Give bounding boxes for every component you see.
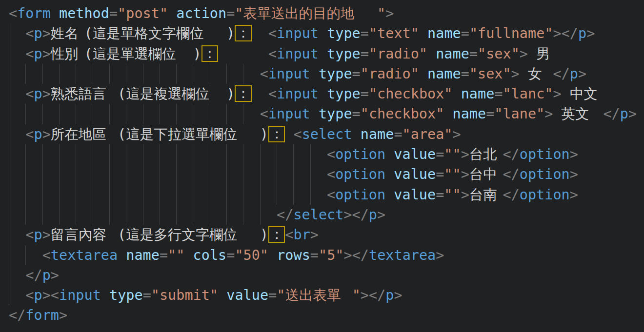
code-line: <p>所在地區(這是下拉選單欄位)： <select name="area"> (0, 124, 644, 144)
token-text: 台南 (469, 185, 503, 205)
code-line-content: <option value="">台中</option> (9, 166, 578, 182)
token-tag-name: textarea (51, 247, 118, 263)
code-editor[interactable]: <form method="post" action="表單送出的目的地"> <… (0, 0, 644, 332)
token-punctuation: = (361, 86, 369, 102)
token-tag-name: input (277, 25, 319, 41)
code-line-content: </form> (9, 307, 67, 323)
code-line: <option value="">台北</option> (0, 144, 644, 164)
token-punctuation: = (461, 66, 469, 82)
token-text: ( (84, 25, 92, 41)
token-punctuation: > (570, 187, 578, 203)
token-text: ) (226, 86, 235, 102)
token-text: ( (118, 126, 126, 142)
token-punctuation: > (42, 126, 51, 142)
token-text (352, 126, 361, 142)
token-text: ( (118, 227, 126, 243)
token-punctuation: </ (352, 207, 369, 223)
token-attribute-name: action (176, 5, 226, 21)
token-text: 女 (528, 64, 544, 84)
code-line: <textarea name="" cols="50" rows="5"></t… (0, 245, 644, 265)
token-punctuation: < (260, 106, 268, 122)
token-punctuation: > (385, 5, 394, 21)
token-punctuation: < (25, 25, 34, 41)
code-line: <input type="checkbox" name="lane"> 英文 <… (0, 104, 644, 124)
token-text: 這是複選欄位 (126, 84, 226, 104)
token-punctuation: < (268, 46, 277, 62)
token-attribute-name: name (461, 86, 495, 102)
token-punctuation: = (310, 247, 319, 263)
token-punctuation: > (310, 227, 319, 243)
token-punctuation: = (268, 287, 277, 303)
token-tag-name: p (34, 46, 42, 62)
token-string: " (277, 287, 285, 303)
token-text: 這是單選欄位 (93, 44, 193, 64)
ambiguous-unicode-highlight-box: ： (201, 45, 218, 62)
token-tag-name: p (385, 287, 394, 303)
token-punctuation: < (25, 86, 34, 102)
token-attribute-name: name (452, 106, 486, 122)
code-line-content: <textarea name="" cols="50" rows="5"></t… (9, 247, 444, 263)
token-string: "lane" (494, 106, 544, 122)
token-punctuation: < (25, 126, 34, 142)
token-punctuation: < (268, 25, 277, 41)
token-punctuation: = (494, 86, 503, 102)
token-punctuation: = (436, 146, 444, 162)
token-tag-name: input (277, 46, 319, 62)
token-tag-name: p (34, 287, 42, 303)
token-text: ) (193, 46, 201, 62)
token-text (419, 25, 427, 41)
token-text (218, 46, 268, 62)
code-line: <p><input type="submit" value="送出表單"></p… (0, 285, 644, 305)
code-line: <input type="radio" name="sex"> 女 </p> (0, 64, 644, 84)
token-text (268, 247, 277, 263)
token-text: 中文 (570, 84, 604, 104)
token-tag-name: p (578, 25, 586, 41)
token-punctuation: > (578, 66, 586, 82)
token-text: 這是下拉選單欄位 (126, 124, 260, 144)
token-attribute-name: type (327, 86, 361, 102)
token-text (453, 86, 461, 102)
token-punctuation: > (553, 25, 561, 41)
code-line: <option value="">台南</option> (0, 185, 644, 205)
token-tag-name: option (520, 146, 570, 162)
token-text: 台北 (469, 144, 503, 164)
token-text (184, 247, 193, 263)
token-attribute-name: value (394, 166, 436, 182)
token-string: "" (168, 247, 184, 263)
token-tag-name: p (369, 207, 377, 223)
ambiguous-unicode-highlight-box: ： (268, 226, 285, 243)
token-string: "radio" (361, 66, 419, 82)
token-tag-name: option (335, 187, 385, 203)
token-punctuation: = (352, 66, 361, 82)
token-string: "sex" (478, 46, 520, 62)
token-punctuation: < (42, 247, 51, 263)
token-tag-name: option (520, 166, 570, 182)
token-punctuation: < (327, 187, 335, 203)
token-string: "radio" (369, 46, 427, 62)
token-text (444, 106, 452, 122)
code-line-content: <p><input type="submit" value="送出表單"></p… (9, 287, 402, 303)
token-tag-name: p (570, 66, 578, 82)
token-tag-name: select (293, 207, 343, 223)
token-attribute-name: rows (277, 247, 310, 263)
code-line: <p>性別(這是單選欄位)： <input type="radio" name=… (0, 44, 644, 64)
token-text (319, 46, 327, 62)
token-text (310, 66, 319, 82)
code-line: <form method="post" action="表單送出的目的地"> (0, 3, 644, 23)
token-text: 性別 (51, 44, 84, 64)
token-string: " (235, 5, 243, 21)
token-punctuation: > (42, 86, 51, 102)
token-attribute-name: name (436, 46, 469, 62)
code-line-content: </p> (9, 267, 59, 283)
code-line-content: <p>熟悉語言(這是複選欄位)： <input type="checkbox" … (9, 86, 603, 102)
token-string: "area" (402, 126, 453, 142)
token-attribute-name: name (427, 25, 461, 41)
token-punctuation: > (59, 307, 67, 323)
token-string: "50" (235, 247, 268, 263)
token-text: 英文 (562, 104, 595, 124)
token-tag-name: textarea (369, 247, 436, 263)
token-punctuation: > (361, 287, 369, 303)
token-punctuation: > (461, 166, 469, 182)
code-line-content: <option value="">台南</option> (9, 187, 578, 203)
token-punctuation: < (285, 227, 293, 243)
